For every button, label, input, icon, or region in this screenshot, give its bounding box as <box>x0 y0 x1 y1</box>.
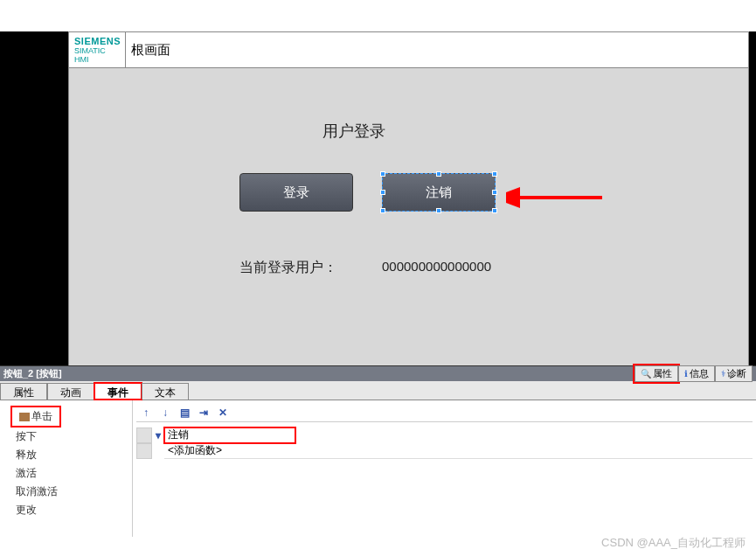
add-function-row[interactable]: <添加函数> <box>136 443 753 459</box>
event-list: 单击 按下 释放 激活 取消激活 更改 <box>0 400 133 537</box>
tab-properties-panel[interactable]: 🔍属性 <box>635 365 678 382</box>
properties-panel: 按钮_2 [按钮] 🔍属性 ℹ信息 ⚕诊断 属性 动画 事件 文本 单击 按下 … <box>0 365 756 537</box>
siemens-logo: SIEMENS SIMATIC HMI <box>69 32 125 67</box>
function-toolbar: ↑ ↓ ▤ ⇥ ✕ <box>136 404 753 422</box>
property-body: 单击 按下 释放 激活 取消激活 更改 ↑ ↓ ▤ ⇥ ✕ ▾ 注销 <box>0 400 756 537</box>
indent-button[interactable]: ⇥ <box>196 406 212 420</box>
tab-diagnostics-panel[interactable]: ⚕诊断 <box>715 365 753 382</box>
add-function-label: <添加函数> <box>164 443 753 459</box>
screen-title[interactable]: 根画面 <box>125 32 748 67</box>
event-click[interactable]: 单击 <box>12 407 59 426</box>
selection-handle[interactable] <box>436 208 441 213</box>
row-gutter <box>136 443 152 459</box>
sub-brand-text: SIMATIC HMI <box>74 46 120 64</box>
selection-handle[interactable] <box>492 171 497 177</box>
logout-button[interactable]: 注销 <box>382 173 496 212</box>
function-row[interactable]: ▾ 注销 <box>136 427 753 443</box>
info-icon: ℹ <box>684 369 688 379</box>
function-name: 注销 <box>164 427 295 443</box>
event-change[interactable]: 更改 <box>12 501 132 519</box>
event-activate[interactable]: 激活 <box>12 464 132 483</box>
login-button[interactable]: 登录 <box>239 173 353 212</box>
move-up-button[interactable]: ↑ <box>138 406 154 420</box>
selection-handle[interactable] <box>436 171 441 177</box>
tab-events[interactable]: 事件 <box>94 383 142 400</box>
tab-label: 信息 <box>690 367 709 380</box>
selection-handle[interactable] <box>380 171 385 177</box>
annotation-arrow-icon <box>506 187 611 208</box>
expand-icon[interactable]: ▾ <box>152 429 164 441</box>
login-button-label: 登录 <box>283 184 309 201</box>
property-tab-bar: 属性 动画 事件 文本 <box>0 381 756 400</box>
tab-label: 诊断 <box>727 367 746 380</box>
event-deactivate[interactable]: 取消激活 <box>12 483 132 501</box>
hmi-header: SIEMENS SIMATIC HMI 根画面 <box>69 32 748 68</box>
tab-properties[interactable]: 属性 <box>0 383 47 400</box>
login-title: 用户登录 <box>323 121 385 142</box>
selection-handle[interactable] <box>492 190 497 195</box>
event-label: 单击 <box>31 410 52 422</box>
selection-handle[interactable] <box>492 208 497 213</box>
delete-button[interactable]: ✕ <box>215 406 231 420</box>
event-release[interactable]: 释放 <box>12 446 132 464</box>
editor-area: SIEMENS SIMATIC HMI 根画面 用户登录 登录 注销 当前登 <box>0 31 756 397</box>
event-icon <box>19 413 30 421</box>
move-down-button[interactable]: ↓ <box>157 406 173 420</box>
current-user-label: 当前登录用户： <box>239 259 337 277</box>
properties-icon: 🔍 <box>641 369 651 379</box>
tab-animation[interactable]: 动画 <box>47 383 94 400</box>
function-area: ↑ ↓ ▤ ⇥ ✕ ▾ 注销 <添加函数> <box>133 400 756 537</box>
selection-handle[interactable] <box>380 208 385 213</box>
folder-button[interactable]: ▤ <box>177 406 192 420</box>
diagnostics-icon: ⚕ <box>721 369 725 379</box>
object-name: 按钮_2 [按钮] <box>3 367 62 380</box>
selection-handle[interactable] <box>380 190 385 195</box>
row-gutter <box>136 427 152 443</box>
panel-tab-group: 🔍属性 ℹ信息 ⚕诊断 <box>635 365 753 382</box>
tab-label: 属性 <box>653 367 672 380</box>
tab-info-panel[interactable]: ℹ信息 <box>678 365 715 382</box>
tab-text[interactable]: 文本 <box>142 383 189 400</box>
hmi-screen-frame: SIEMENS SIMATIC HMI 根画面 用户登录 登录 注销 当前登 <box>68 31 749 365</box>
hmi-canvas[interactable]: 用户登录 登录 注销 当前登录用户： 000000000000000 <box>69 68 748 371</box>
function-list: ▾ 注销 <添加函数> <box>136 427 753 459</box>
watermark: CSDN @AAA_自动化工程师 <box>601 535 746 551</box>
event-press[interactable]: 按下 <box>12 427 132 446</box>
brand-text: SIEMENS <box>74 36 120 46</box>
object-bar: 按钮_2 [按钮] 🔍属性 ℹ信息 ⚕诊断 <box>0 365 756 381</box>
current-user-value: 000000000000000 <box>382 259 491 274</box>
logout-button-label: 注销 <box>426 184 452 201</box>
